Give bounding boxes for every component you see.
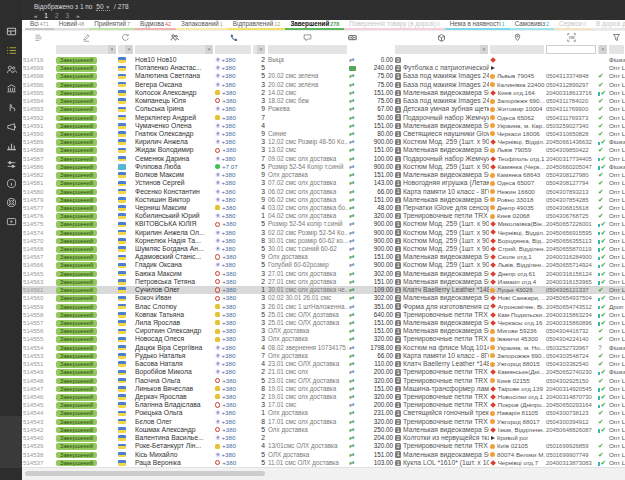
table-row[interactable]: 514589ЗавершенийКирилич Анжела✳+380312.0…	[22, 138, 625, 146]
table-row[interactable]: 514543ЗавершенийБєлов Олег✳+380817.01 см…	[22, 418, 625, 426]
horizontal-scrollbar[interactable]	[22, 467, 625, 480]
tab-accepted[interactable]: Прийнятий7	[89, 20, 135, 30]
filter-cell[interactable]	[268, 45, 347, 54]
col-tracking[interactable]	[545, 33, 597, 42]
table-row[interactable]: 514592ЗавершенийМерклінгер Андрей+3807⇄5…	[22, 114, 625, 122]
table-row[interactable]: 514538ЗавершенийКісь Михайло✳+3805ОЛХ до…	[22, 451, 625, 459]
tab-on-way-home[interactable]: В дорозі додому	[591, 20, 625, 30]
table-row[interactable]: 514557ЗавершенийЛила Ярослав+380325.01 с…	[22, 319, 625, 327]
table-row[interactable]: 514558ЗавершенийКовпак Татьяна+380525.01…	[22, 311, 625, 319]
table-row[interactable]: 514555ЗавершенийНовосад Олеся+3803Олх до…	[22, 335, 625, 343]
table-row[interactable]: 514559ЗавершенийВлас Слотюу+380326.01 см…	[22, 303, 625, 311]
table-row[interactable]: 514554ЗавершенийДацюк Віра Сергіївна✳+38…	[22, 344, 625, 352]
video-tutorials-icon[interactable]	[0, 212, 22, 231]
table-row[interactable]: 514577ЗавершенийЧерниш Максим+380403.02 …	[22, 204, 625, 212]
table-row[interactable]: 514596ЗавершенийВегера Оксана✳+380320.02…	[22, 81, 625, 89]
tab-packed[interactable]: Запакований1	[176, 20, 228, 30]
filter-cell[interactable]: ▼	[598, 45, 607, 54]
col-products-filter[interactable]: ▼	[394, 45, 489, 56]
table-row[interactable]: 514588ЗавершенийЖидак Володимир+380313.0…	[22, 146, 625, 154]
table-row[interactable]: 514544ЗавершенийРокіцька Ольга✳+3801Олх …	[22, 409, 625, 417]
orders-icon[interactable]	[0, 41, 22, 60]
customers-icon[interactable]	[0, 60, 22, 79]
table-row[interactable]: 514582ЗавершенийВолков Максим✳+3809Олх д…	[22, 171, 625, 179]
table-row[interactable]: 514595ЗавершенийКолосок Александр+380214…	[22, 89, 625, 97]
table-row[interactable]: 514548ЗавершенийПасічна Ольга+380523.01 …	[22, 377, 625, 385]
table-row[interactable]: 514574ЗавершенийКирилин Анжела Ол...✳+38…	[22, 229, 625, 237]
page-button[interactable]: 3	[66, 12, 70, 20]
tab-out-of-stock[interactable]: Нема в наявності1	[445, 20, 510, 30]
filter-cell[interactable]	[546, 45, 596, 54]
settings-icon[interactable]	[0, 155, 22, 174]
filter-cell[interactable]: ▼	[395, 45, 488, 54]
table-row[interactable]: 514568ЗавершенийШумляс Богдана Ан...✳+38…	[22, 245, 625, 253]
col-products[interactable]	[394, 33, 489, 42]
table-row[interactable]: 514566ЗавершенийГладик Оксана✳+3805Голуб…	[22, 261, 625, 269]
marketing-icon[interactable]	[0, 117, 22, 136]
table-row[interactable]: 514594ЗавершенийКомпанець Юля+380318.02 …	[22, 97, 625, 105]
table-row[interactable]: 514599ЗавершенийПотапенко Анастас...✳+38…	[22, 64, 625, 72]
filter-cell[interactable]: ▼	[135, 45, 213, 54]
filter-cell[interactable]	[215, 45, 251, 54]
col-status[interactable]	[55, 33, 117, 42]
table-row[interactable]: 514586ЗавершенийФіліпова Люба+7 075Розмі…	[22, 163, 625, 171]
col-order-id[interactable]	[22, 33, 55, 42]
table-row[interactable]: 514540ЗавершенийВалентина Василье...✳+38…	[22, 434, 625, 442]
tab-shipped[interactable]: Відправлений12	[228, 20, 286, 30]
col-amount[interactable]	[348, 33, 394, 42]
col-messages-count-filter[interactable]: ▼	[252, 45, 267, 56]
page-size-dropdown[interactable]: 50 ▼	[96, 3, 110, 11]
table-row[interactable]: 514549ЗавершенийВоробйов Микола✳+380221.…	[22, 368, 625, 376]
table-row[interactable]: 514580ЗавершенийФесенко Константин✳+3803…	[22, 188, 625, 196]
dashboard-icon[interactable]	[0, 22, 22, 41]
table-row[interactable]: 514567ЗавершенийАдамовский Станіс...+380…	[22, 253, 625, 261]
page-button[interactable]: 1	[44, 12, 48, 20]
page-button[interactable]: 2	[55, 12, 59, 20]
first-page-icon[interactable]: «	[34, 13, 37, 19]
table-row[interactable]: 514539ЗавершенийРоке-Бетанкурт Лін...+38…	[22, 442, 625, 450]
col-channel[interactable]	[608, 33, 625, 42]
support-icon[interactable]	[0, 193, 22, 212]
col-phone-filter[interactable]	[214, 45, 252, 56]
col-delivery-city[interactable]	[489, 33, 545, 42]
tab-return-in-transit[interactable]: Повернення товару (в дорозі)0	[344, 20, 445, 30]
filter-cell[interactable]: ▼	[253, 45, 265, 54]
table-row[interactable]: 514563ЗавершенийПетровська Тетяна+380227…	[22, 278, 625, 286]
table-row[interactable]: 514553ЗавершенийРудько Наталья✳+3807Олх …	[22, 352, 625, 360]
col-amount-filter[interactable]	[348, 45, 394, 56]
col-status-filter[interactable]: ▼	[55, 45, 117, 56]
tab-completed[interactable]: Завершений278	[285, 20, 344, 30]
col-customer[interactable]	[134, 33, 214, 42]
table-row[interactable]: 514716ЗавершенийНов10 Нов10✳+3802Выца⇄0.…	[22, 56, 625, 64]
table-row[interactable]: 514581ЗавершенийУстинов Сергей✳+380307.0…	[22, 179, 625, 187]
col-comment[interactable]	[267, 33, 348, 42]
table-row[interactable]: 514551ЗавершенийБасова Наталя✳+380423.01…	[22, 360, 625, 368]
col-payment-status-filter[interactable]: ▼	[597, 45, 608, 56]
last-page-icon[interactable]: »	[76, 13, 79, 19]
col-order-id-filter[interactable]	[22, 45, 55, 56]
tab-declined[interactable]: Відмова42	[135, 20, 176, 30]
table-row[interactable]: 514591ЗавершенийЧумаченко Олена✳+3804⇄15…	[22, 122, 625, 130]
finance-icon[interactable]	[0, 79, 22, 98]
table-row[interactable]: 514560ЗавершенийБокоч Иван+380302.02 30.…	[22, 294, 625, 302]
tab-new[interactable]: Новий48	[54, 20, 89, 30]
table-row[interactable]: 514570ЗавершенийКорнелюк Надія Та...✳+38…	[22, 237, 625, 245]
table-row[interactable]: 514598ЗавершенийМалютина Светлана✳+38052…	[22, 72, 625, 80]
table-row[interactable]: 514547ЗавершенийЛиньков Вячеслав+380819.…	[22, 385, 625, 393]
filter-cell[interactable]	[609, 45, 624, 54]
tab-services[interactable]: Сервіси0	[554, 20, 591, 30]
table-row[interactable]: 514587ЗавершенийСеменюк Дарина✳+380709.0…	[22, 155, 625, 163]
crm-hand-icon[interactable]	[0, 98, 22, 117]
table-row[interactable]: 514593ЗавершенийСольська Ірина✳+3809Роже…	[22, 105, 625, 113]
table-row[interactable]: 514565ЗавершенийБаюка Максим+380327.01 с…	[22, 270, 625, 278]
col-customer-filter[interactable]: ▼	[134, 45, 214, 56]
scrollbar-thumb[interactable]	[25, 471, 265, 476]
table-row[interactable]: 514590ЗавершенийГнатюк Олександр✳+3809Си…	[22, 130, 625, 138]
analytics-icon[interactable]	[0, 136, 22, 155]
table-row[interactable]: 514579ЗавершенийКостишин Виктор✳+380906.…	[22, 196, 625, 204]
filter-cell[interactable]: ▼	[118, 45, 133, 54]
table-row[interactable]: 514545ЗавершенийБлагінна Владіслава+3803…	[22, 401, 625, 409]
col-source[interactable]	[117, 33, 134, 42]
col-comment-filter[interactable]	[267, 45, 348, 56]
col-tracking-filter[interactable]	[545, 45, 597, 56]
